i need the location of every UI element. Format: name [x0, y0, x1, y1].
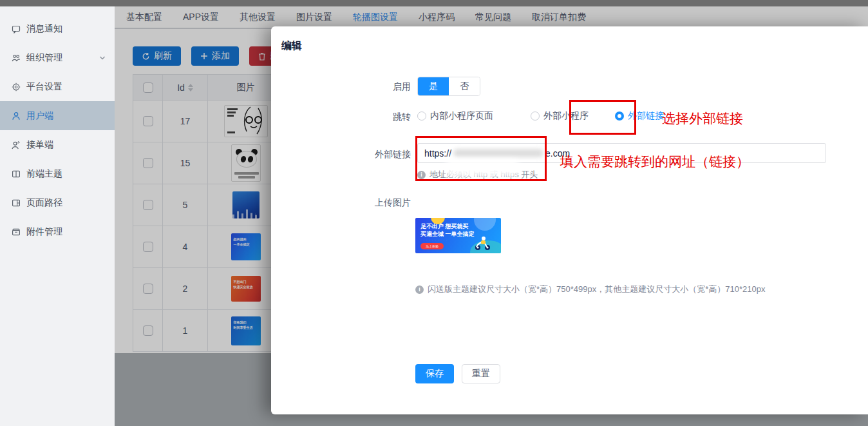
- radio-internal-page-label[interactable]: 内部小程序页面: [430, 110, 493, 122]
- radio-external-link-label[interactable]: 外部链接: [628, 110, 664, 122]
- scooter-illustration: [473, 235, 492, 251]
- edit-drawer: 编辑 启用 是 否 跳转 内部小程序页面 外部小程序 外部链接 选择外部链接 外…: [271, 26, 868, 414]
- blur-smudge: [446, 159, 518, 177]
- sidebar: 消息通知 组织管理 平台设置 用户端 接单端 前端主题 页面路径: [0, 6, 115, 426]
- sidebar-item-label: 平台设置: [26, 81, 62, 93]
- sidebar-item-label: 附件管理: [26, 226, 62, 238]
- annotation-select-link: 选择外部链接: [662, 110, 743, 128]
- organization-icon: [12, 53, 21, 63]
- size-note: i 闪送版主题建议尺寸大小（宽*高）750*499px，其他主题建议尺寸大小（宽…: [415, 284, 765, 295]
- sidebar-item-messages[interactable]: 消息通知: [0, 14, 115, 43]
- jump-radio-group: 内部小程序页面 外部小程序 外部链接: [417, 111, 664, 121]
- url-prefix: https://: [424, 148, 451, 159]
- annotation-fill-url: 填入需要跳转到的网址（链接）: [560, 153, 750, 171]
- enable-label: 启用: [271, 81, 411, 93]
- uploaded-banner-image[interactable]: 足不出户 想买就买 买遍全城 一单全搞定 · · · · · · · · · ·…: [415, 218, 501, 253]
- jump-label: 跳转: [271, 111, 411, 123]
- sidebar-item-attachments[interactable]: 附件管理: [0, 217, 115, 246]
- sidebar-item-label: 组织管理: [26, 52, 62, 64]
- size-note-text: 闪送版主题建议尺寸大小（宽*高）750*499px，其他主题建议尺寸大小（宽*高…: [428, 284, 765, 295]
- sidebar-item-label: 用户端: [26, 110, 53, 122]
- courier-icon: [12, 140, 21, 150]
- radio-external-link[interactable]: [615, 111, 624, 121]
- sidebar-item-page-path[interactable]: 页面路径: [0, 188, 115, 217]
- sidebar-item-label: 页面路径: [26, 197, 62, 209]
- banner-line2: 买遍全城 一单全搞定: [420, 230, 475, 238]
- sidebar-item-label: 消息通知: [26, 23, 62, 35]
- theme-icon: [12, 169, 21, 179]
- external-link-label: 外部链接: [271, 149, 411, 160]
- chevron-down-icon: [99, 55, 106, 61]
- sidebar-item-courier-client[interactable]: 接单端: [0, 130, 115, 159]
- enable-no-button[interactable]: 否: [449, 77, 480, 95]
- gear-icon: [12, 82, 21, 92]
- masked-url-segment: [453, 149, 543, 157]
- reset-button[interactable]: 重置: [462, 364, 500, 383]
- info-icon: i: [417, 171, 426, 179]
- page-path-icon: [12, 198, 21, 208]
- sidebar-item-label: 前端主题: [26, 168, 62, 180]
- radio-external-miniprogram[interactable]: [531, 111, 540, 121]
- sidebar-item-platform-settings[interactable]: 平台设置: [0, 72, 115, 101]
- save-button[interactable]: 保存: [415, 364, 454, 383]
- user-icon: [12, 111, 21, 121]
- enable-toggle: 是 否: [417, 77, 480, 96]
- sidebar-item-label: 接单端: [26, 139, 53, 151]
- radio-internal-page[interactable]: [417, 111, 426, 121]
- sidebar-item-frontend-theme[interactable]: 前端主题: [0, 159, 115, 188]
- radio-external-miniprogram-label[interactable]: 外部小程序: [543, 110, 589, 122]
- banner-art: [474, 218, 496, 231]
- attachment-icon: [12, 228, 21, 237]
- app-root: 消息通知 组织管理 平台设置 用户端 接单端 前端主题 页面路径: [0, 0, 868, 426]
- enable-yes-button[interactable]: 是: [418, 77, 449, 95]
- upload-label: 上传图片: [271, 197, 411, 209]
- drawer-title: 编辑: [281, 39, 302, 53]
- banner-subtext: · · · · · · · · · ·: [420, 238, 448, 242]
- info-icon: i: [415, 286, 424, 294]
- message-icon: [12, 24, 21, 34]
- banner-cta: 马上体验: [420, 243, 444, 249]
- sidebar-item-user-client[interactable]: 用户端: [0, 101, 115, 130]
- sidebar-item-organization[interactable]: 组织管理: [0, 43, 115, 72]
